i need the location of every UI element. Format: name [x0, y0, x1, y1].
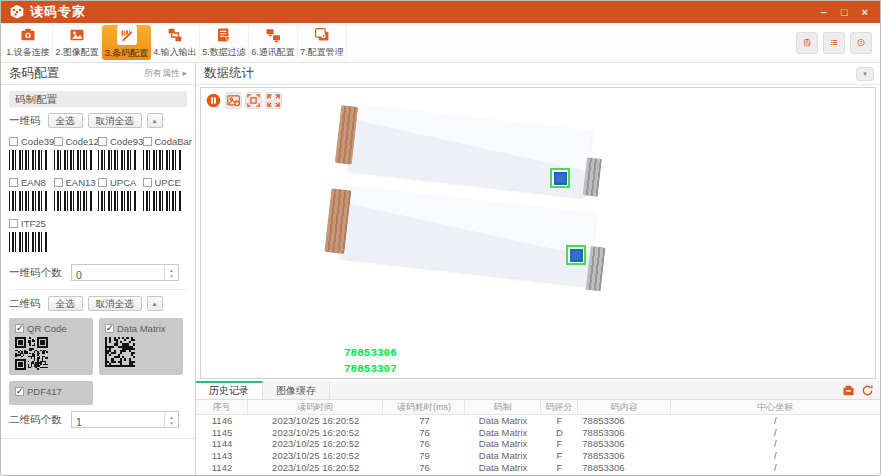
tab-history[interactable]: 历史记录	[196, 381, 263, 399]
config-icon	[313, 26, 331, 44]
barcode-preview	[54, 191, 92, 211]
dm-code-preview	[105, 337, 177, 367]
oned-label: 一维码	[9, 114, 41, 128]
oned-code-upca: UPCA	[98, 176, 143, 211]
barcode-preview	[98, 191, 136, 211]
all-properties-link[interactable]: 所有属性 ▸	[144, 67, 187, 80]
io-icon	[166, 26, 184, 44]
divider	[1, 438, 195, 439]
title-bar: 读码专家 – □ ×	[1, 1, 880, 23]
export-icon[interactable]	[840, 383, 856, 397]
inspected-part-2	[340, 186, 597, 286]
toolbar-right-buttons: ?	[796, 23, 880, 62]
oned-code-upce: UPCE	[143, 176, 188, 211]
oned-count-input[interactable]	[72, 268, 160, 283]
table-row[interactable]: 11432023/10/25 16:20:5279Data MatrixF788…	[196, 450, 880, 462]
table-row[interactable]: 11412023/10/25 16:20:5276Data MatrixF788…	[196, 473, 880, 475]
maximize-button[interactable]: □	[841, 7, 848, 18]
main-toolbar: 1.设备连接2.图像配置3.条码配置4.输入输出5.数据过滤6.通讯配置7.配置…	[1, 23, 880, 63]
oned-code-itf25: ITF25	[9, 217, 54, 252]
oned-count-stepper[interactable]: ▴▾	[164, 265, 178, 280]
decode-result-2: 78853307	[344, 361, 397, 377]
pause-button[interactable]	[205, 92, 222, 109]
twod-tiles: QR CodeData MatrixPDF417	[9, 318, 187, 405]
oned-grid: Code39Code128Code93CodaBarEAN8EAN13UPCAU…	[9, 135, 187, 258]
oned-code-code93: Code93	[98, 135, 143, 170]
app-logo-icon	[9, 4, 25, 20]
oned-code-ean8: EAN8	[9, 176, 54, 211]
oned-code-code128: Code128	[54, 135, 99, 170]
checkbox-itf25[interactable]	[9, 219, 18, 228]
oned-collapse-button[interactable]: ▴	[147, 113, 163, 128]
table-row[interactable]: 11442023/10/25 16:20:5276Data MatrixF788…	[196, 438, 880, 450]
table-row[interactable]: 11452023/10/25 16:20:5276Data MatrixD788…	[196, 427, 880, 439]
barcode-preview	[54, 150, 92, 170]
toolbar-step-1[interactable]: 1.设备连接	[4, 25, 53, 60]
table-row[interactable]: 11422023/10/25 16:20:5276Data MatrixF788…	[196, 461, 880, 473]
copper-tab	[335, 105, 358, 165]
checkbox-ean8[interactable]	[9, 178, 18, 187]
checkbox-upca[interactable]	[98, 178, 107, 187]
history-table-header: 序号读码时间读码耗时(ms)码制码评分码内容中心坐标	[196, 400, 880, 415]
checkbox-ean13[interactable]	[54, 178, 63, 187]
column-header: 读码耗时(ms)	[383, 400, 465, 414]
filter-icon	[215, 26, 233, 44]
column-header: 序号	[196, 400, 248, 414]
twod-deselect-all-button[interactable]: 取消全选	[88, 296, 142, 311]
camera-icon	[19, 26, 37, 44]
toolbar-step-5[interactable]: 5.数据过滤	[200, 25, 249, 60]
minimize-button[interactable]: –	[821, 7, 827, 18]
twod-tile-qr: QR Code	[9, 318, 93, 375]
statistics-collapse-button[interactable]: ▾	[856, 67, 874, 81]
silver-tab	[586, 246, 606, 291]
toolbar-step-2[interactable]: 2.图像配置	[53, 25, 102, 60]
toolbar-step-4[interactable]: 4.输入输出	[151, 25, 200, 60]
close-button[interactable]: ×	[862, 7, 868, 18]
twod-count-spinner: ▴▾	[71, 411, 179, 428]
twod-count-input[interactable]	[72, 415, 160, 430]
tab-image-cache[interactable]: 图像缓存	[263, 381, 330, 399]
twod-count-stepper[interactable]: ▴▾	[164, 412, 178, 427]
section-header: 码制配置	[9, 91, 187, 107]
table-row[interactable]: 11462023/10/25 16:20:5277Data MatrixF788…	[196, 415, 880, 427]
toolbar-steps: 1.设备连接2.图像配置3.条码配置4.输入输出5.数据过滤6.通讯配置7.配置…	[4, 23, 347, 62]
toolbar-step-3[interactable]: 3.条码配置	[102, 25, 151, 60]
oned-deselect-all-button[interactable]: 取消全选	[88, 113, 142, 128]
image-viewer-canvas[interactable]: 78853306 78853307	[200, 87, 876, 379]
barcode-preview	[143, 150, 181, 170]
twod-select-all-button[interactable]: 全选	[48, 296, 83, 311]
barcode-preview	[143, 191, 181, 211]
oned-select-all-button[interactable]: 全选	[48, 113, 83, 128]
toolbar-step-7[interactable]: 7.配置管理	[298, 25, 347, 60]
comm-icon	[264, 26, 282, 44]
help-icon[interactable]: ?	[850, 32, 872, 54]
oned-code-codabar: CodaBar	[143, 135, 188, 170]
checkbox-code39[interactable]	[9, 137, 18, 146]
snapshot-icon[interactable]	[225, 92, 242, 109]
oned-code-code39: Code39	[9, 135, 54, 170]
report-icon[interactable]	[796, 32, 818, 54]
barcode-icon	[117, 25, 137, 45]
history-table: 序号读码时间读码耗时(ms)码制码评分码内容中心坐标 11462023/10/2…	[196, 400, 880, 475]
twod-collapse-button[interactable]: ▴	[147, 296, 163, 311]
twod-tile-dm: Data Matrix	[99, 318, 183, 375]
decode-result-1: 78853306	[344, 345, 397, 361]
history-tabbar: 历史记录 图像缓存	[196, 381, 880, 400]
checkbox-codabar[interactable]	[143, 137, 152, 146]
checkbox-upce[interactable]	[143, 178, 152, 187]
statistics-title: 数据统计	[204, 65, 254, 82]
clear-icon[interactable]	[859, 383, 875, 397]
checkbox-dm[interactable]	[105, 324, 114, 333]
toolbar-step-6[interactable]: 6.通讯配置	[249, 25, 298, 60]
decode-results: 78853306 78853307	[344, 345, 397, 377]
checkbox-code93[interactable]	[98, 137, 107, 146]
checkbox-qr[interactable]	[15, 324, 24, 333]
barcode-preview	[98, 150, 136, 170]
list-icon[interactable]	[823, 32, 845, 54]
oned-count-label: 一维码个数	[9, 266, 71, 280]
fullscreen-icon[interactable]	[265, 92, 282, 109]
oned-count-spinner: ▴▾	[71, 264, 179, 281]
checkbox-pdf[interactable]	[15, 387, 24, 396]
checkbox-code128[interactable]	[54, 137, 63, 146]
fit-view-icon[interactable]	[245, 92, 262, 109]
